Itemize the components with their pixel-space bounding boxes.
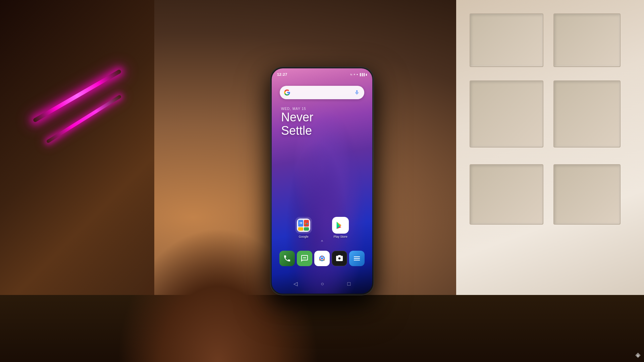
- dock-files-app[interactable]: [349, 251, 365, 266]
- signal-icon: ▐▐▐: [359, 73, 365, 76]
- battery-icon: ▮: [366, 73, 367, 76]
- date-motto: Never Settle: [281, 111, 313, 137]
- phone-device: 12:27 N ☀ ▾ ▐▐▐ ▮: [270, 67, 374, 295]
- phone-screen: 12:27 N ☀ ▾ ▐▐▐ ▮: [272, 68, 372, 294]
- navigation-bar: ◁ ○ □: [272, 281, 372, 287]
- google-logo: [284, 89, 290, 96]
- site-watermark: S: [635, 352, 641, 359]
- status-time: 12:27: [277, 72, 287, 76]
- play-store-label: Play Store: [333, 235, 347, 238]
- svg-point-2: [305, 257, 306, 258]
- svg-point-0: [303, 257, 304, 258]
- status-bar: 12:27 N ☀ ▾ ▐▐▐ ▮: [277, 71, 367, 78]
- folder-icon-drive: [298, 227, 303, 231]
- home-screen-apps: 🗺: [272, 217, 372, 238]
- dock-chrome-app[interactable]: [314, 251, 330, 266]
- dock-messages-app[interactable]: [297, 251, 312, 266]
- svg-point-1: [304, 257, 305, 258]
- date-day-text: WED, MAY 15: [281, 107, 313, 111]
- status-icons-group: N ☀ ▾ ▐▐▐ ▮: [350, 73, 367, 76]
- google-folder-grid: 🗺: [297, 219, 310, 232]
- cabinet-panel-top-left: [470, 13, 543, 67]
- back-button[interactable]: ◁: [293, 281, 298, 287]
- play-store-app[interactable]: Play Store: [332, 217, 349, 238]
- dock-phone-app[interactable]: [279, 251, 295, 266]
- cabinet-panel-mid-left: [470, 80, 543, 147]
- folder-icon-gmail: [304, 227, 309, 231]
- folder-icon-search: [304, 220, 309, 227]
- dock-bar: [272, 251, 372, 266]
- svg-point-7: [321, 257, 323, 260]
- wifi-icon: ▾: [357, 73, 358, 76]
- svg-text:S: S: [637, 354, 639, 357]
- google-folder-icon[interactable]: 🗺: [295, 217, 312, 238]
- brightness-icon: ☀: [353, 73, 356, 76]
- dock-camera-app[interactable]: [332, 251, 347, 266]
- cabinet-panel-bot-left: [470, 164, 543, 225]
- background-bottom: [0, 295, 644, 362]
- cabinet-panel-bot-right: [553, 164, 621, 225]
- google-search-bar[interactable]: [280, 86, 364, 99]
- cabinet-panel-top-right: [553, 13, 621, 67]
- recents-button[interactable]: □: [347, 281, 351, 287]
- motto-line1: Never: [281, 110, 313, 124]
- cabinet-panel-mid-right: [553, 80, 621, 147]
- mic-button[interactable]: [354, 89, 360, 96]
- home-button[interactable]: ○: [321, 281, 324, 287]
- play-store-icon[interactable]: [332, 217, 349, 234]
- google-folder-app-icon[interactable]: 🗺: [295, 217, 312, 234]
- folder-icon-maps: 🗺: [298, 220, 303, 227]
- phone-body: 12:27 N ☀ ▾ ▐▐▐ ▮: [270, 67, 374, 295]
- google-folder-label: Google: [299, 235, 308, 238]
- motto-line2: Settle: [281, 124, 312, 137]
- nfc-icon: N: [350, 73, 352, 76]
- date-widget: WED, MAY 15 Never Settle: [281, 107, 313, 137]
- app-drawer-handle[interactable]: ^: [321, 239, 323, 244]
